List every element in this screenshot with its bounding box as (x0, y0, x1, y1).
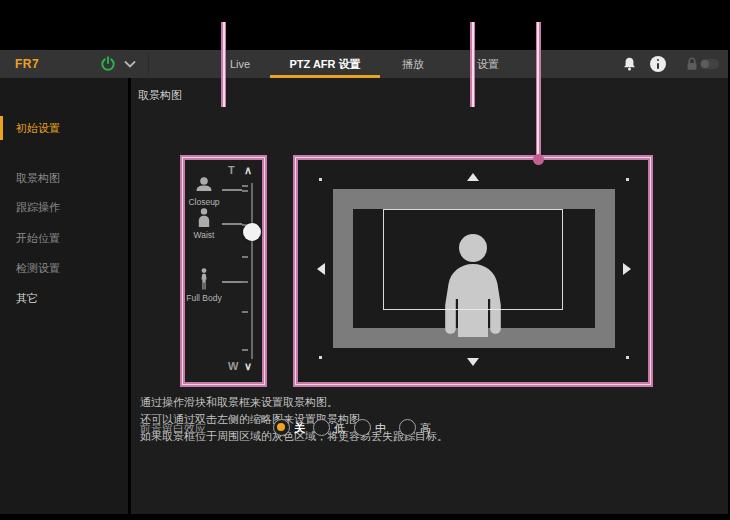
toggle-knob (701, 60, 709, 68)
waist-thumbnail-icon[interactable] (194, 208, 214, 227)
info-icon[interactable] (650, 56, 666, 72)
closeup-label: Closeup (176, 197, 232, 207)
zoom-preset-panel: T ∧ Closeup (180, 155, 267, 387)
callout-line-slider-panel (221, 22, 226, 107)
callout-line-preview-panel (470, 22, 475, 107)
radio-high-label[interactable]: 高 (420, 421, 431, 436)
radio-mid-label[interactable]: 中 (375, 421, 386, 436)
corner-dot (319, 356, 322, 359)
zoom-slider-thumb[interactable] (243, 223, 261, 241)
radio-high[interactable] (399, 419, 416, 436)
app-window: FR7 Live PTZ AFR 设置 播放 设置 (0, 50, 728, 514)
radio-off-label[interactable]: 关 (294, 421, 305, 436)
tele-label: T (228, 164, 235, 176)
device-name: FR7 (15, 50, 39, 78)
radio-mid[interactable] (354, 419, 371, 436)
closeup-level-mark (222, 189, 242, 191)
framing-frame[interactable] (383, 209, 563, 310)
sidebar-item-other[interactable]: 其它 (16, 290, 38, 306)
track-tick (242, 349, 248, 351)
wide-label: W (228, 360, 238, 372)
power-icon[interactable] (100, 56, 116, 72)
zoom-slider-track[interactable] (251, 183, 253, 359)
full-body-thumbnail-icon[interactable] (194, 268, 214, 290)
track-tick (242, 311, 248, 313)
waist-level-mark (222, 223, 242, 225)
tab-playback[interactable]: 播放 (402, 50, 424, 78)
sidebar: 初始设置 取景构图 跟踪操作 开始位置 检测设置 其它 (0, 78, 128, 514)
sidebar-item-detection-settings[interactable]: 检测设置 (16, 260, 60, 276)
waist-label: Waist (176, 230, 232, 240)
top-bar: FR7 Live PTZ AFR 设置 播放 设置 (0, 50, 728, 78)
closeup-thumbnail-icon[interactable] (194, 177, 214, 191)
tab-live[interactable]: Live (230, 50, 250, 78)
zoom-wide-chevron-down-icon[interactable]: ∨ (244, 360, 252, 373)
sidebar-selected-indicator (0, 116, 3, 140)
corner-dot (319, 178, 322, 181)
instruction-line: 通过操作滑块和取景框来设置取景构图。 (140, 395, 338, 410)
pan-right-arrow[interactable] (623, 263, 631, 275)
sidebar-item-tracking-operation[interactable]: 跟踪操作 (16, 199, 60, 215)
full-body-label: Full Body (176, 293, 232, 303)
corner-dot (626, 356, 629, 359)
radio-off[interactable] (273, 419, 290, 436)
pan-down-arrow[interactable] (467, 358, 479, 366)
track-tick (242, 281, 248, 283)
lock-toggle[interactable] (700, 59, 719, 69)
corner-dot (626, 178, 629, 181)
track-tick (242, 256, 248, 258)
radio-low[interactable] (313, 419, 330, 436)
section-title: 取景构图 (138, 88, 182, 103)
pan-up-arrow[interactable] (467, 173, 479, 181)
sidebar-item-start-position[interactable]: 开始位置 (16, 230, 60, 246)
full-body-level-mark (222, 281, 242, 283)
screen: FR7 Live PTZ AFR 设置 播放 设置 (0, 0, 730, 520)
radio-low-label[interactable]: 低 (334, 421, 345, 436)
sidebar-item-framing[interactable]: 取景构图 (16, 170, 60, 186)
sidebar-item-initial-settings[interactable]: 初始设置 (16, 120, 60, 136)
lock-icon[interactable] (686, 57, 698, 71)
chevron-down-icon[interactable] (124, 60, 136, 68)
topbar-divider (148, 52, 149, 76)
callout-dot (533, 154, 544, 165)
foreground-space-label: 前景留白效应 (140, 421, 206, 436)
tab-ptz-afr-settings[interactable]: PTZ AFR 设置 (289, 50, 360, 78)
pan-left-arrow[interactable] (317, 263, 325, 275)
radio-selected-dot (277, 423, 285, 431)
track-tick (242, 190, 248, 192)
tab-settings[interactable]: 设置 (477, 50, 499, 78)
zoom-tele-chevron-up-icon[interactable]: ∧ (244, 164, 252, 177)
callout-line-framing-frame (536, 22, 541, 158)
track-tick (242, 185, 248, 187)
bell-icon[interactable] (622, 56, 637, 72)
framing-preview-panel (293, 155, 653, 387)
